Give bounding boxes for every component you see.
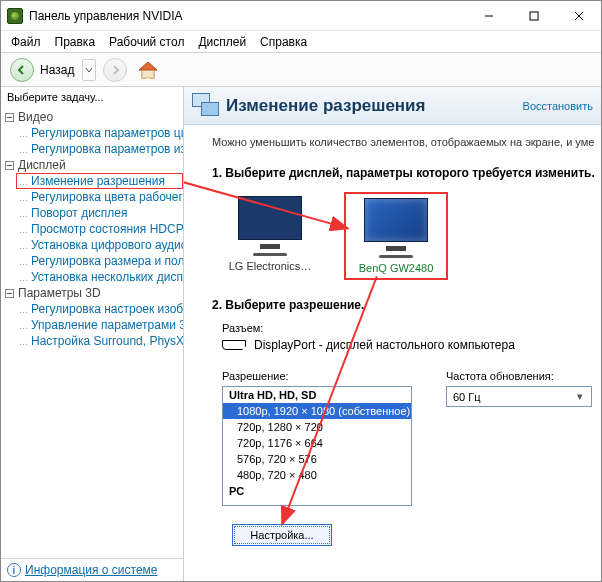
- customize-button[interactable]: Настройка...: [232, 524, 332, 546]
- step-2-label: 2. Выберите разрешение.: [212, 298, 595, 312]
- home-button[interactable]: [135, 58, 161, 82]
- monitor-item-2[interactable]: BenQ GW2480: [348, 196, 444, 276]
- tree-item: Управление параметрами 3D: [19, 317, 183, 333]
- resolution-icon: [192, 93, 218, 119]
- svg-rect-4: [142, 70, 154, 78]
- tree-item: Установка цифрового аудио: [19, 237, 183, 253]
- page-content: Можно уменьшить количество элементов, от…: [184, 125, 601, 581]
- tree-cat-3d[interactable]: Параметры 3D: [1, 285, 183, 301]
- collapse-icon[interactable]: [5, 289, 14, 298]
- monitor-label: LG Electronics…: [229, 260, 312, 272]
- tree-cat-video[interactable]: Видео: [1, 109, 183, 125]
- tree-item: Регулировка параметров из: [19, 141, 183, 157]
- info-icon: i: [7, 563, 21, 577]
- tree-item: Поворот дисплея: [19, 205, 183, 221]
- system-info-link: i Информация о системе: [1, 558, 183, 581]
- refresh-label: Частота обновления:: [446, 370, 592, 382]
- window-title: Панель управления NVIDIA: [29, 9, 466, 23]
- back-label: Назад: [40, 63, 74, 77]
- menu-file[interactable]: Файл: [5, 33, 47, 51]
- menu-edit[interactable]: Правка: [49, 33, 102, 51]
- resolution-option[interactable]: 720p, 1280 × 720: [223, 419, 411, 435]
- menu-help[interactable]: Справка: [254, 33, 313, 51]
- resolution-option[interactable]: 1080p, 1920 × 1080 (собственное): [223, 403, 411, 419]
- resolution-option[interactable]: 720p, 1176 × 664: [223, 435, 411, 451]
- tree-cat-display[interactable]: Дисплей: [1, 157, 183, 173]
- displayport-icon: [222, 340, 246, 350]
- monitor-icon: [364, 198, 428, 242]
- monitor-item-1[interactable]: LG Electronics…: [222, 196, 318, 276]
- collapse-icon[interactable]: [5, 161, 14, 170]
- menu-desktop[interactable]: Рабочий стол: [103, 33, 190, 51]
- resolution-label: Разрешение:: [222, 370, 412, 382]
- resolution-group: PC: [223, 483, 411, 499]
- tree-item: Настройка Surround, PhysX: [19, 333, 183, 349]
- refresh-rate-dropdown[interactable]: 60 Гц ▾: [446, 386, 592, 407]
- minimize-button[interactable]: [466, 1, 511, 30]
- nav-back-group: Назад: [5, 55, 101, 85]
- tree-item: Регулировка размера и поло: [19, 253, 183, 269]
- page-header: Изменение разрешения Восстановить: [184, 87, 601, 125]
- tree-item: Установка нескольких диспл: [19, 269, 183, 285]
- toolbar: Назад: [1, 53, 601, 87]
- page-description: Можно уменьшить количество элементов, от…: [212, 135, 595, 150]
- maximize-button[interactable]: [511, 1, 556, 30]
- restore-defaults-link[interactable]: Восстановить: [523, 100, 593, 112]
- forward-button: [103, 58, 127, 82]
- tree-item: Регулировка цвета рабочего: [19, 189, 183, 205]
- resolution-group: Ultra HD, HD, SD: [223, 387, 411, 403]
- tree-item-change-resolution: Изменение разрешения: [16, 173, 183, 189]
- menu-display[interactable]: Дисплей: [192, 33, 252, 51]
- tree-item: Регулировка настроек изоб: [19, 301, 183, 317]
- tree-item: Просмотр состояния HDCP: [19, 221, 183, 237]
- task-tree: Видео Регулировка параметров ци Регулиро…: [1, 107, 183, 558]
- resolution-option[interactable]: 576p, 720 × 576: [223, 451, 411, 467]
- task-sidebar: Выберите задачу... Видео Регулировка пар…: [1, 87, 184, 581]
- back-button[interactable]: [10, 58, 34, 82]
- step-1-label: 1. Выберите дисплей, параметры которого …: [212, 166, 595, 180]
- monitor-label: BenQ GW2480: [359, 262, 434, 274]
- app-icon: [7, 8, 23, 24]
- svg-rect-1: [530, 12, 538, 20]
- page-title: Изменение разрешения: [226, 96, 515, 116]
- resolution-listbox[interactable]: Ultra HD, HD, SD 1080p, 1920 × 1080 (соб…: [222, 386, 412, 506]
- monitor-icon: [238, 196, 302, 240]
- resolution-option[interactable]: 480p, 720 × 480: [223, 467, 411, 483]
- menu-bar: Файл Правка Рабочий стол Дисплей Справка: [1, 31, 601, 53]
- refresh-rate-value: 60 Гц: [453, 391, 481, 403]
- connector-value: DisplayPort - дисплей настольного компью…: [254, 338, 515, 352]
- close-button[interactable]: [556, 1, 601, 30]
- back-history-dropdown[interactable]: [82, 59, 96, 81]
- chevron-down-icon: ▾: [573, 390, 587, 403]
- tree-item: Регулировка параметров ци: [19, 125, 183, 141]
- connector-label: Разъем:: [222, 322, 595, 334]
- sidebar-header: Выберите задачу...: [1, 87, 183, 107]
- collapse-icon[interactable]: [5, 113, 14, 122]
